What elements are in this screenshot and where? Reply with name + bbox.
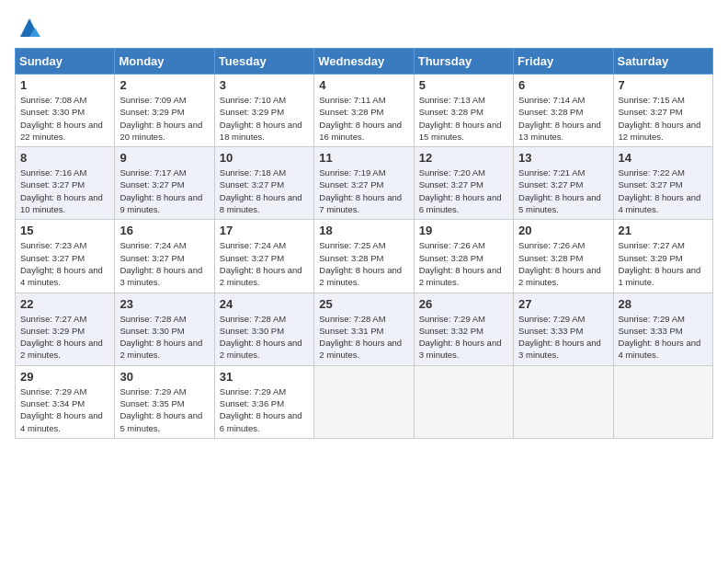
day-info: Sunrise: 7:27 AM Sunset: 3:29 PM Dayligh… [20,313,109,362]
calendar-day-cell: 29Sunrise: 7:29 AM Sunset: 3:34 PM Dayli… [16,365,115,438]
calendar-header-monday: Monday [115,49,214,75]
day-info: Sunrise: 7:15 AM Sunset: 3:27 PM Dayligh… [619,94,708,143]
calendar-day-cell: 31Sunrise: 7:29 AM Sunset: 3:36 PM Dayli… [214,365,313,438]
day-number: 11 [319,151,408,165]
day-info: Sunrise: 7:29 AM Sunset: 3:33 PM Dayligh… [518,313,608,362]
day-number: 25 [319,297,408,311]
day-number: 30 [119,370,209,384]
calendar-day-cell: 28Sunrise: 7:29 AM Sunset: 3:33 PM Dayli… [613,293,712,365]
empty-cell [613,365,712,438]
calendar-day-cell: 8Sunrise: 7:16 AM Sunset: 3:27 PM Daylig… [16,147,115,220]
page-header [15,15,713,40]
day-info: Sunrise: 7:21 AM Sunset: 3:27 PM Dayligh… [518,167,608,215]
day-number: 6 [518,78,608,92]
day-info: Sunrise: 7:24 AM Sunset: 3:27 PM Dayligh… [119,239,209,288]
day-info: Sunrise: 7:24 AM Sunset: 3:27 PM Dayligh… [220,239,309,288]
calendar-week-row: 8Sunrise: 7:16 AM Sunset: 3:27 PM Daylig… [16,147,713,220]
calendar-day-cell: 24Sunrise: 7:28 AM Sunset: 3:30 PM Dayli… [214,293,313,365]
day-number: 1 [20,78,109,92]
calendar-week-row: 22Sunrise: 7:27 AM Sunset: 3:29 PM Dayli… [16,293,713,365]
day-info: Sunrise: 7:26 AM Sunset: 3:28 PM Dayligh… [419,239,508,288]
calendar-header-wednesday: Wednesday [314,49,414,75]
day-info: Sunrise: 7:22 AM Sunset: 3:27 PM Dayligh… [619,167,708,215]
calendar-day-cell: 5Sunrise: 7:13 AM Sunset: 3:28 PM Daylig… [414,75,513,147]
calendar-header-tuesday: Tuesday [214,49,313,75]
day-number: 29 [20,370,109,384]
calendar-day-cell: 17Sunrise: 7:24 AM Sunset: 3:27 PM Dayli… [214,220,313,293]
calendar-day-cell: 2Sunrise: 7:09 AM Sunset: 3:29 PM Daylig… [115,75,214,147]
empty-cell [514,365,613,438]
calendar-day-cell: 14Sunrise: 7:22 AM Sunset: 3:27 PM Dayli… [613,147,712,220]
calendar-day-cell: 13Sunrise: 7:21 AM Sunset: 3:27 PM Dayli… [514,147,613,220]
calendar-day-cell: 27Sunrise: 7:29 AM Sunset: 3:33 PM Dayli… [514,293,613,365]
day-number: 16 [119,224,209,237]
day-info: Sunrise: 7:27 AM Sunset: 3:29 PM Dayligh… [619,239,708,288]
day-number: 8 [20,151,109,165]
day-info: Sunrise: 7:20 AM Sunset: 3:27 PM Dayligh… [419,167,508,215]
day-number: 2 [119,78,209,92]
calendar-day-cell: 3Sunrise: 7:10 AM Sunset: 3:29 PM Daylig… [214,75,313,147]
calendar-day-cell: 25Sunrise: 7:28 AM Sunset: 3:31 PM Dayli… [314,293,414,365]
day-info: Sunrise: 7:16 AM Sunset: 3:27 PM Dayligh… [20,167,109,215]
calendar-header-thursday: Thursday [414,49,513,75]
day-info: Sunrise: 7:25 AM Sunset: 3:28 PM Dayligh… [319,239,408,288]
day-number: 24 [220,297,309,311]
calendar-day-cell: 21Sunrise: 7:27 AM Sunset: 3:29 PM Dayli… [613,220,712,293]
day-number: 20 [518,224,608,237]
calendar-week-row: 29Sunrise: 7:29 AM Sunset: 3:34 PM Dayli… [16,365,713,438]
calendar-day-cell: 6Sunrise: 7:14 AM Sunset: 3:28 PM Daylig… [514,75,613,147]
day-info: Sunrise: 7:29 AM Sunset: 3:36 PM Dayligh… [220,385,309,434]
day-number: 28 [619,297,708,311]
day-info: Sunrise: 7:11 AM Sunset: 3:28 PM Dayligh… [319,94,408,143]
day-info: Sunrise: 7:18 AM Sunset: 3:27 PM Dayligh… [220,167,309,215]
calendar-day-cell: 15Sunrise: 7:23 AM Sunset: 3:27 PM Dayli… [16,220,115,293]
logo [15,15,42,40]
calendar-table: SundayMondayTuesdayWednesdayThursdayFrid… [15,48,713,439]
day-number: 5 [419,78,508,92]
day-number: 17 [220,224,309,237]
day-number: 26 [419,297,508,311]
calendar-day-cell: 26Sunrise: 7:29 AM Sunset: 3:32 PM Dayli… [414,293,513,365]
calendar-week-row: 1Sunrise: 7:08 AM Sunset: 3:30 PM Daylig… [16,75,713,147]
day-info: Sunrise: 7:09 AM Sunset: 3:29 PM Dayligh… [119,94,209,143]
calendar-week-row: 15Sunrise: 7:23 AM Sunset: 3:27 PM Dayli… [16,220,713,293]
day-info: Sunrise: 7:13 AM Sunset: 3:28 PM Dayligh… [419,94,508,143]
calendar-header-friday: Friday [514,49,613,75]
day-number: 4 [319,78,408,92]
calendar-day-cell: 12Sunrise: 7:20 AM Sunset: 3:27 PM Dayli… [414,147,513,220]
calendar-day-cell: 10Sunrise: 7:18 AM Sunset: 3:27 PM Dayli… [214,147,313,220]
calendar-day-cell: 4Sunrise: 7:11 AM Sunset: 3:28 PM Daylig… [314,75,414,147]
day-number: 18 [319,224,408,237]
day-info: Sunrise: 7:28 AM Sunset: 3:30 PM Dayligh… [119,313,209,362]
calendar-day-cell: 11Sunrise: 7:19 AM Sunset: 3:27 PM Dayli… [314,147,414,220]
calendar-day-cell: 18Sunrise: 7:25 AM Sunset: 3:28 PM Dayli… [314,220,414,293]
calendar-day-cell: 19Sunrise: 7:26 AM Sunset: 3:28 PM Dayli… [414,220,513,293]
day-info: Sunrise: 7:19 AM Sunset: 3:27 PM Dayligh… [319,167,408,215]
day-info: Sunrise: 7:28 AM Sunset: 3:30 PM Dayligh… [220,313,309,362]
empty-cell [314,365,414,438]
calendar-day-cell: 30Sunrise: 7:29 AM Sunset: 3:35 PM Dayli… [115,365,214,438]
day-info: Sunrise: 7:14 AM Sunset: 3:28 PM Dayligh… [518,94,608,143]
day-info: Sunrise: 7:28 AM Sunset: 3:31 PM Dayligh… [319,313,408,362]
calendar-day-cell: 7Sunrise: 7:15 AM Sunset: 3:27 PM Daylig… [613,75,712,147]
day-info: Sunrise: 7:29 AM Sunset: 3:35 PM Dayligh… [119,385,209,434]
day-number: 14 [619,151,708,165]
day-number: 12 [419,151,508,165]
day-info: Sunrise: 7:08 AM Sunset: 3:30 PM Dayligh… [20,94,109,143]
day-number: 31 [220,370,309,384]
day-info: Sunrise: 7:17 AM Sunset: 3:27 PM Dayligh… [119,167,209,215]
day-number: 7 [619,78,708,92]
calendar-day-cell: 1Sunrise: 7:08 AM Sunset: 3:30 PM Daylig… [16,75,115,147]
empty-cell [414,365,513,438]
day-number: 3 [220,78,309,92]
calendar-header-sunday: Sunday [16,49,115,75]
calendar-day-cell: 23Sunrise: 7:28 AM Sunset: 3:30 PM Dayli… [115,293,214,365]
day-number: 27 [518,297,608,311]
logo-icon [17,15,42,40]
calendar-header-row: SundayMondayTuesdayWednesdayThursdayFrid… [16,49,713,75]
day-number: 23 [119,297,209,311]
day-info: Sunrise: 7:10 AM Sunset: 3:29 PM Dayligh… [220,94,309,143]
calendar-day-cell: 22Sunrise: 7:27 AM Sunset: 3:29 PM Dayli… [16,293,115,365]
day-number: 15 [20,224,109,237]
day-info: Sunrise: 7:29 AM Sunset: 3:34 PM Dayligh… [20,385,109,434]
